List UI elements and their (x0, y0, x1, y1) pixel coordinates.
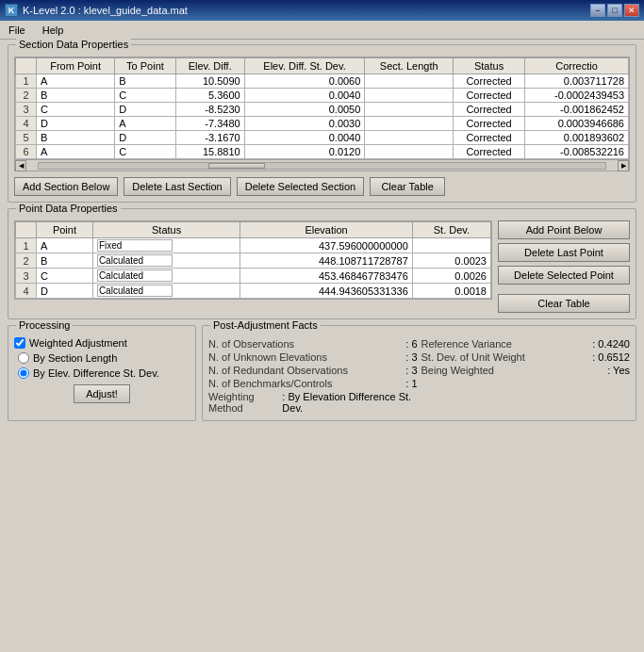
clear-section-table-button[interactable]: Clear Table (370, 177, 445, 196)
table-row[interactable]: 4 D FixedCalculated 444.943605331336 0.0… (16, 284, 491, 299)
point-table-right: Add Point Below Delete Last Point Delete… (498, 220, 630, 313)
by-elev-radio[interactable] (18, 367, 29, 379)
point-cell[interactable]: B (37, 253, 93, 269)
post-adj-val: : 0.4240 (592, 338, 630, 350)
status-cell[interactable]: FixedCalculated (92, 238, 239, 253)
post-adjustment-title: Post-Adjustment Facts (210, 319, 321, 331)
table-row[interactable]: 1 A FixedCalculated 437.596000000000 (16, 238, 491, 253)
post-adj-val: : Yes (607, 365, 630, 376)
col-from-point: From Point (37, 58, 115, 74)
menu-help[interactable]: Help (39, 24, 68, 37)
sect-len-cell[interactable] (365, 74, 454, 89)
elev-diff-cell[interactable]: -3.1670 (175, 131, 244, 145)
by-section-radio[interactable] (18, 352, 29, 364)
from-point-cell[interactable]: B (37, 89, 115, 103)
elevation-cell[interactable]: 437.596000000000 (240, 238, 413, 253)
post-adj-key: Reference Variance (421, 338, 512, 350)
to-point-cell[interactable]: B (115, 74, 176, 89)
st-dev-cell[interactable]: 0.0120 (244, 145, 365, 159)
pt-col-elevation: Elevation (240, 222, 413, 238)
from-point-cell[interactable]: B (37, 131, 115, 145)
from-point-cell[interactable]: A (37, 74, 115, 89)
status-dropdown[interactable]: FixedCalculated (97, 239, 173, 252)
st-dev-cell[interactable]: 0.0040 (244, 131, 365, 145)
elevation-cell[interactable]: 453.468467783476 (240, 269, 413, 284)
post-adj-row: Being Weighted: Yes (421, 364, 631, 377)
row-num: 5 (16, 131, 37, 145)
minimize-button[interactable]: − (590, 4, 605, 17)
table-row[interactable]: 2 B FixedCalculated 448.108711728787 0.0… (16, 253, 491, 269)
col-elev-diff: Elev. Diff. (175, 58, 244, 74)
st-dev-cell[interactable]: 0.0060 (244, 74, 365, 89)
stdev-cell: 0.0018 (412, 284, 490, 299)
close-button[interactable]: ✕ (624, 4, 639, 17)
maximize-button[interactable]: □ (607, 4, 622, 17)
status-dropdown[interactable]: FixedCalculated (97, 254, 173, 267)
status-cell[interactable]: FixedCalculated (92, 284, 239, 299)
table-row[interactable]: 6 A C 15.8810 0.0120 Corrected -0.008532… (16, 145, 629, 159)
st-dev-cell[interactable]: 0.0040 (244, 89, 365, 103)
table-row[interactable]: 3 C D -8.5230 0.0050 Corrected -0.001862… (16, 103, 629, 117)
table-row[interactable]: 2 B C 5.3600 0.0040 Corrected -0.0002439… (16, 89, 629, 103)
menu-file[interactable]: File (5, 24, 29, 37)
to-point-cell[interactable]: D (115, 103, 176, 117)
clear-point-table-button[interactable]: Clear Table (498, 294, 630, 313)
section-scrollbar[interactable]: ◀ ▶ (14, 160, 630, 171)
point-cell[interactable]: C (37, 269, 93, 284)
status-dropdown[interactable]: FixedCalculated (97, 269, 173, 282)
elevation-cell[interactable]: 448.108711728787 (240, 253, 413, 269)
stdev-cell (412, 238, 490, 253)
to-point-cell[interactable]: D (115, 131, 176, 145)
to-point-cell[interactable]: C (115, 145, 176, 159)
table-row[interactable]: 4 D A -7.3480 0.0030 Corrected 0.0003946… (16, 117, 629, 131)
delete-selected-point-button[interactable]: Delete Selected Point (498, 266, 630, 285)
table-row[interactable]: 1 A B 10.5090 0.0060 Corrected 0.0037117… (16, 74, 629, 89)
from-point-cell[interactable]: C (37, 103, 115, 117)
st-dev-cell[interactable]: 0.0050 (244, 103, 365, 117)
col-rownum (16, 58, 37, 74)
elev-diff-cell[interactable]: -7.3480 (175, 117, 244, 131)
window-title: K-Level 2.0 : klevel_guide_data.mat (23, 5, 188, 16)
delete-last-point-button[interactable]: Delete Last Point (498, 243, 630, 262)
scroll-left-arrow[interactable]: ◀ (15, 160, 26, 171)
processing-title: Processing (16, 319, 73, 331)
sect-len-cell[interactable] (365, 103, 454, 117)
elev-diff-cell[interactable]: -8.5230 (175, 103, 244, 117)
scroll-right-arrow[interactable]: ▶ (618, 160, 629, 171)
st-dev-cell[interactable]: 0.0030 (244, 117, 365, 131)
add-section-button[interactable]: Add Section Below (14, 177, 118, 196)
row-num: 4 (16, 117, 37, 131)
post-adj-row: St. Dev. of Unit Weight: 0.6512 (421, 350, 631, 364)
to-point-cell[interactable]: C (115, 89, 176, 103)
elev-diff-cell[interactable]: 15.8810 (175, 145, 244, 159)
section-data-title: Section Data Properties (16, 39, 131, 50)
row-num: 1 (16, 74, 37, 89)
from-point-cell[interactable]: A (37, 145, 115, 159)
delete-selected-section-button[interactable]: Delete Selected Section (237, 177, 364, 196)
from-point-cell[interactable]: D (37, 117, 115, 131)
add-point-button[interactable]: Add Point Below (498, 220, 630, 239)
post-adj-key: Being Weighted (421, 365, 494, 376)
sect-len-cell[interactable] (365, 131, 454, 145)
adjust-button[interactable]: Adjust! (74, 384, 130, 403)
sect-len-cell[interactable] (365, 117, 454, 131)
table-row[interactable]: 5 B D -3.1670 0.0040 Corrected 0.0018936… (16, 131, 629, 145)
status-cell[interactable]: FixedCalculated (92, 269, 239, 284)
to-point-cell[interactable]: A (115, 117, 176, 131)
status-dropdown[interactable]: FixedCalculated (97, 285, 173, 297)
status-cell[interactable]: FixedCalculated (92, 253, 239, 269)
elev-diff-cell[interactable]: 10.5090 (175, 74, 244, 89)
sect-len-cell[interactable] (365, 145, 454, 159)
elevation-cell[interactable]: 444.943605331336 (240, 284, 413, 299)
point-table-container: Point Status Elevation St. Dev. 1 A Fixe… (14, 220, 630, 313)
sect-len-cell[interactable] (365, 89, 454, 103)
weighted-adjustment-checkbox[interactable] (14, 337, 25, 349)
table-row[interactable]: 3 C FixedCalculated 453.468467783476 0.0… (16, 269, 491, 284)
point-cell[interactable]: D (37, 284, 93, 299)
delete-last-section-button[interactable]: Delete Last Section (124, 177, 230, 196)
row-num: 2 (16, 253, 37, 269)
post-adj-key: N. of Redundant Observations (208, 365, 348, 376)
elev-diff-cell[interactable]: 5.3600 (175, 89, 244, 103)
point-cell[interactable]: A (37, 238, 93, 253)
pt-col-rownum (16, 222, 37, 238)
